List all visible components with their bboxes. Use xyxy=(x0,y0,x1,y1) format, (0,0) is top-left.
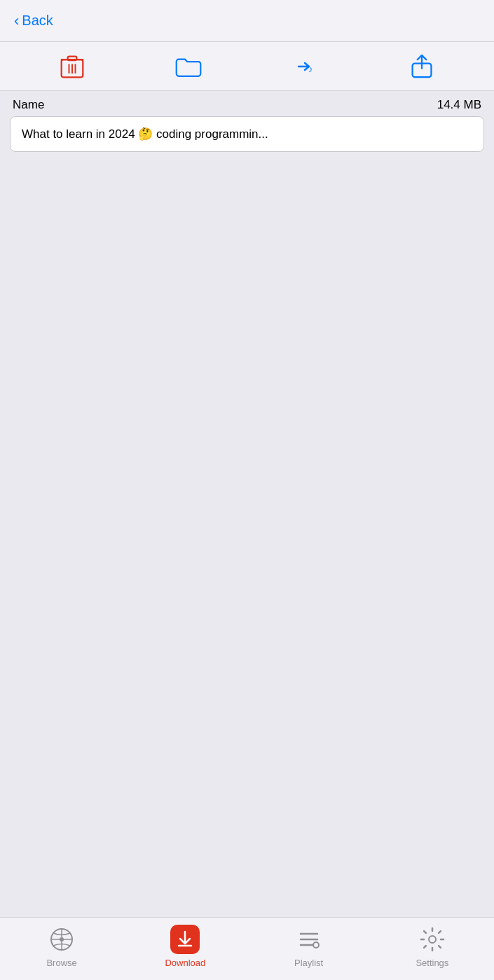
svg-point-20 xyxy=(429,936,436,943)
add-to-music-button[interactable]: ♪ xyxy=(288,49,323,84)
size-column-header: 14.4 MB xyxy=(437,98,481,112)
share-button[interactable] xyxy=(404,49,439,84)
back-button[interactable]: ‹ Back xyxy=(14,12,53,30)
tab-bar: Browse Download Playlist xyxy=(0,917,494,980)
main-content-area xyxy=(0,152,494,947)
tab-settings[interactable]: Settings xyxy=(401,925,464,968)
toolbar: ♪ xyxy=(0,42,494,91)
move-to-folder-button[interactable] xyxy=(171,49,206,84)
share-icon xyxy=(410,55,434,78)
playlist-icon xyxy=(294,925,324,954)
playlist-tab-label: Playlist xyxy=(294,958,323,968)
browse-icon xyxy=(47,925,76,954)
back-label: Back xyxy=(22,13,53,29)
table-header: Name 14.4 MB xyxy=(0,91,494,116)
tab-browse[interactable]: Browse xyxy=(30,925,93,968)
top-nav-bar: ‹ Back xyxy=(0,0,494,42)
svg-text:♪: ♪ xyxy=(308,64,313,74)
name-column-header: Name xyxy=(13,98,44,112)
tab-download[interactable]: Download xyxy=(153,925,217,968)
download-icon xyxy=(170,925,200,954)
folder-icon xyxy=(175,55,202,78)
browse-tab-label: Browse xyxy=(46,958,76,968)
file-item[interactable]: What to learn in 2024 🤔 coding programmi… xyxy=(10,116,484,152)
back-chevron-icon: ‹ xyxy=(14,12,19,30)
settings-icon xyxy=(418,925,447,954)
download-tab-label: Download xyxy=(165,958,205,968)
trash-icon xyxy=(60,54,85,79)
add-to-music-icon: ♪ xyxy=(296,57,315,76)
tab-playlist[interactable]: Playlist xyxy=(277,925,341,968)
delete-button[interactable] xyxy=(55,49,90,84)
file-list: What to learn in 2024 🤔 coding programmi… xyxy=(0,116,494,152)
settings-tab-label: Settings xyxy=(416,958,448,968)
